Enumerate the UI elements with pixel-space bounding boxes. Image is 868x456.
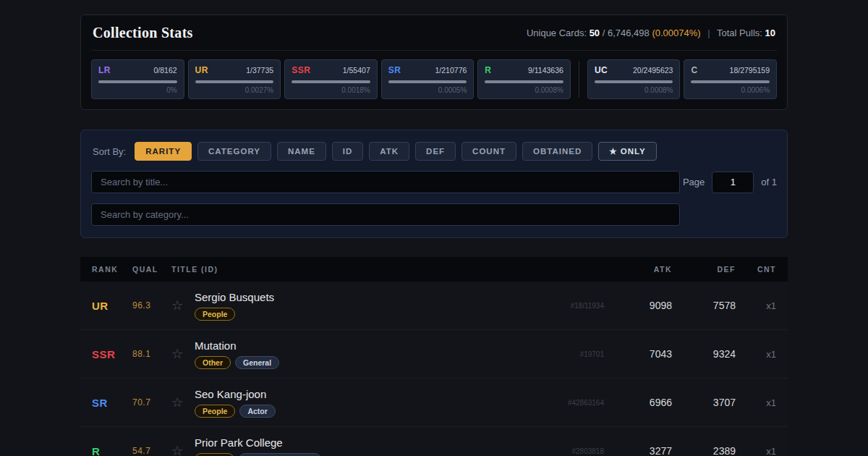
card-id: #19701: [526, 350, 613, 358]
card-title: Mutation: [195, 339, 526, 352]
category-tag: Other: [195, 356, 231, 369]
sort-button-id[interactable]: ID: [332, 142, 364, 161]
sort-button-atk[interactable]: ATK: [369, 142, 409, 161]
category-tag: People: [195, 308, 235, 321]
header-rank[interactable]: RANK: [92, 265, 132, 274]
cell-rank: SR: [92, 397, 132, 409]
card-id: #2803818: [526, 447, 613, 455]
rarity-progress-bar: [691, 80, 770, 83]
rarity-percent: 0%: [98, 86, 177, 94]
cell-cnt: x1: [736, 300, 776, 311]
card-tags: OtherGeneral: [195, 356, 526, 369]
rarity-percent: 0.0008%: [595, 86, 673, 94]
collection-summary: Unique Cards: 50 / 6,746,498 (0.00074%) …: [527, 28, 775, 38]
category-tag: Religious Building: [239, 453, 321, 456]
sort-buttons-row: Sort By: RARITYCATEGORYNAMEIDATKDEFCOUNT…: [91, 142, 777, 161]
search-title-input[interactable]: [91, 171, 680, 193]
rarity-card-sr: SR1/2107760.0005%: [381, 59, 475, 99]
card-tags: PlacesReligious Building: [195, 453, 526, 456]
table-row[interactable]: R54.7☆Prior Park CollegePlacesReligious …: [80, 427, 788, 456]
page-number-input[interactable]: [712, 172, 754, 193]
cell-qual: 88.1: [132, 349, 171, 359]
sort-button-count[interactable]: COUNT: [461, 142, 516, 161]
rarity-card-lr: LR0/81620%: [91, 59, 184, 99]
page-label: Page: [683, 177, 705, 187]
rarity-percent: 0.0005%: [388, 86, 467, 94]
rarity-group-divider: [579, 61, 579, 98]
rarity-card-c: C18/27951590.0006%: [684, 59, 777, 99]
stats-header: Collection Stats Unique Cards: 50 / 6,74…: [91, 15, 777, 51]
cell-cnt: x1: [736, 446, 776, 456]
sort-button-obtained[interactable]: OBTAINED: [522, 142, 592, 161]
rarity-percent: 0.0008%: [485, 86, 563, 94]
rarity-progress-bar: [388, 80, 467, 83]
page-of-label: of 1: [761, 177, 777, 187]
unique-cards-label: Unique Cards:: [527, 28, 587, 38]
cell-rank: UR: [92, 300, 132, 312]
category-tag: General: [235, 356, 279, 369]
card-id: #42863164: [526, 399, 613, 407]
search-category-input[interactable]: [91, 203, 680, 226]
card-tags: People: [195, 308, 526, 321]
page-title: Collection Stats: [93, 25, 193, 41]
rarity-code-label: SSR: [292, 65, 310, 75]
cell-qual: 70.7: [132, 397, 171, 408]
rarity-count: 1/37735: [246, 66, 273, 75]
cell-def: 7578: [672, 300, 736, 311]
category-tag: Places: [195, 453, 234, 456]
total-pulls-count: 10: [765, 28, 775, 38]
rarity-count: 9/1143636: [528, 66, 563, 75]
cell-qual: 54.7: [132, 446, 171, 456]
rarity-progress-bar: [195, 80, 274, 83]
favorite-star-icon[interactable]: ☆: [171, 299, 195, 312]
card-tags: PeopleActor: [195, 405, 526, 418]
cell-def: 3707: [672, 397, 736, 408]
favorite-star-icon[interactable]: ☆: [171, 396, 195, 409]
unique-cards-total: / 6,746,498: [603, 28, 650, 38]
rarity-percent: 0.0018%: [292, 86, 370, 94]
header-qual[interactable]: QUAL: [132, 265, 171, 274]
cell-atk: 9098: [613, 300, 672, 311]
rarity-card-uc: UC20/24956230.0008%: [587, 59, 681, 99]
rarity-code-label: C: [691, 65, 697, 75]
header-atk[interactable]: ATK: [613, 265, 672, 274]
rarity-code-label: UC: [595, 65, 608, 75]
cell-qual: 96.3: [132, 300, 171, 311]
pagination: Page of 1: [683, 172, 777, 193]
table-row[interactable]: SSR88.1☆MutationOtherGeneral#19701704393…: [80, 330, 788, 379]
card-title: Seo Kang-joon: [195, 388, 526, 400]
table-row[interactable]: SR70.7☆Seo Kang-joonPeopleActor#42863164…: [80, 379, 788, 427]
sort-button-def[interactable]: DEF: [415, 142, 456, 161]
rarity-count: 0/8162: [153, 66, 176, 75]
category-tag: People: [195, 405, 235, 418]
cell-def: 9324: [672, 348, 736, 360]
cell-rank: R: [92, 445, 132, 456]
favorite-star-icon[interactable]: ☆: [171, 444, 195, 456]
sort-button-rarity[interactable]: RARITY: [135, 142, 192, 161]
rarity-progress-bar: [485, 80, 563, 83]
rarity-count: 1/210776: [435, 66, 467, 75]
unique-cards-count: 50: [590, 28, 600, 38]
card-title: Sergio Busquets: [195, 291, 526, 303]
card-id: #18/11934: [526, 302, 613, 310]
header-cnt[interactable]: CNT: [736, 265, 776, 274]
rarity-code-label: SR: [388, 65, 401, 75]
rarity-stats-row: LR0/81620%UR1/377350.0027%SSR1/554070.00…: [91, 59, 777, 99]
cell-cnt: x1: [736, 349, 776, 360]
rarity-progress-bar: [292, 80, 370, 83]
header-def[interactable]: DEF: [672, 265, 736, 274]
rarity-card-ur: UR1/377350.0027%: [188, 59, 281, 99]
total-pulls-label: Total Pulls:: [717, 28, 762, 38]
cell-def: 2389: [672, 445, 736, 456]
table-header-row: RANK QUAL TITLE (ID) ATK DEF CNT: [80, 257, 788, 282]
cell-cnt: x1: [736, 397, 776, 408]
favorite-star-icon[interactable]: ☆: [171, 347, 195, 360]
sort-button-category[interactable]: CATEGORY: [197, 142, 271, 161]
header-title-id[interactable]: TITLE (ID): [171, 265, 613, 274]
rarity-code-label: UR: [195, 65, 208, 75]
sort-button-only[interactable]: ★ ONLY: [598, 142, 656, 161]
table-row[interactable]: UR96.3☆Sergio BusquetsPeople#18/11934909…: [80, 282, 788, 330]
rarity-code-label: R: [485, 65, 491, 75]
sort-button-name[interactable]: NAME: [277, 142, 326, 161]
table-body: UR96.3☆Sergio BusquetsPeople#18/11934909…: [80, 282, 788, 456]
